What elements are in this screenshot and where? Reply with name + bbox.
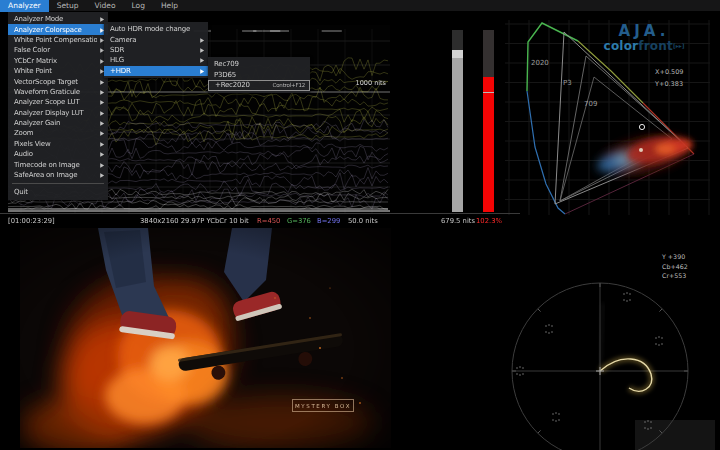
- timecode-readout: [01:00:23:29]: [8, 217, 55, 225]
- submenu-item-hdr[interactable]: +HDR▶: [104, 66, 208, 76]
- skateboard-photo: [20, 228, 391, 448]
- locus-blue-edge: [527, 91, 565, 214]
- menu-item-label: YCbCr Matrix: [14, 57, 97, 65]
- aja-colorfront-logo: AJA. colorfront[▸▸]: [585, 24, 703, 52]
- menu-item-label: HLG: [110, 56, 197, 64]
- submenu-item-hlg[interactable]: HLG▶: [104, 55, 208, 65]
- hdr-item-rec709[interactable]: Rec709: [208, 59, 310, 69]
- menubar-item-setup[interactable]: Setup: [49, 0, 87, 12]
- menu-bar: AnalyzerSetupVideoLogHelp: [0, 0, 720, 12]
- menu-item-label: False Color: [14, 46, 97, 54]
- menu-item-analyzer-gain[interactable]: Analyzer Gain▶: [8, 118, 108, 128]
- menu-item-label: Auto HDR mode change: [110, 25, 204, 33]
- menu-item-label: Camera: [110, 36, 197, 44]
- submenu-arrow-icon: ▶: [200, 36, 204, 43]
- menu-item-analyzer-colorspace[interactable]: Analyzer Colorspace▶: [8, 24, 108, 34]
- colorfront-marks: [▸▸]: [673, 42, 685, 49]
- vectorscope-graticule: [485, 258, 715, 450]
- menu-item-label: Quit: [14, 188, 104, 196]
- menu-item-analyzer-scope-lut[interactable]: Analyzer Scope LUT▶: [8, 97, 108, 107]
- menu-item-false-color[interactable]: False Color▶: [8, 45, 108, 55]
- menu-item-label: Analyzer Gain: [14, 119, 97, 127]
- menu-item-white-point-compensation[interactable]: White Point Compensation▶: [8, 35, 108, 45]
- red-bar-label: 102.3%: [470, 217, 508, 225]
- menu-item-analyzer-display-lut[interactable]: Analyzer Display LUT▶: [8, 108, 108, 118]
- menu-item-pixels-view[interactable]: Pixels View▶: [8, 139, 108, 149]
- menu-item-label: Analyzer Scope LUT: [14, 98, 97, 106]
- menu-item-timecode-on-image[interactable]: Timecode on Image▶: [8, 159, 108, 169]
- analyzer-window: 1000 nits [01:00:23:29] 3840x2160 29.97P…: [0, 0, 720, 450]
- menu-item-ycbcr-matrix[interactable]: YCbCr Matrix▶: [8, 56, 108, 66]
- menu-item-white-point[interactable]: White Point▶: [8, 66, 108, 76]
- vectorscope: [485, 258, 715, 450]
- menu-item-label: VectorScope Target: [14, 78, 97, 86]
- hdr-item-p3d65[interactable]: P3D65: [208, 69, 310, 79]
- white-point-marker: [639, 124, 644, 129]
- menu-item-shortcut: Control+F12: [273, 82, 305, 88]
- cie-x-readout: X+0.509: [655, 68, 684, 76]
- menubar-item-video[interactable]: Video: [86, 0, 123, 12]
- menu-item-safearea-on-image[interactable]: SafeArea on Image▶: [8, 170, 108, 180]
- image-viewer: MYSTERY BOX: [20, 228, 391, 448]
- cloud-glint: [639, 148, 643, 152]
- menu-item-label: Zoom: [14, 129, 97, 137]
- menu-item-label: +Rec2020: [215, 81, 270, 89]
- menu-item-label: Analyzer Colorspace: [14, 26, 97, 34]
- menubar-item-analyzer[interactable]: Analyzer: [0, 0, 49, 12]
- submenu-arrow-icon: ▶: [100, 140, 104, 147]
- menu-divider: [12, 183, 104, 184]
- submenu-arrow-icon: ▶: [200, 46, 204, 53]
- submenu-arrow-icon: ▶: [100, 109, 104, 116]
- blue-value-readout: B=299: [317, 217, 340, 225]
- menu-item-analyzer-mode[interactable]: Analyzer Mode▶: [8, 14, 108, 24]
- green-value-readout: G=376: [287, 217, 311, 225]
- aja-logo-text: AJA.: [585, 24, 703, 39]
- format-readout: 3840x2160 29.97P YCbCr 10 bit: [140, 217, 249, 225]
- submenu-item-auto-hdr-mode-change[interactable]: Auto HDR mode change: [104, 24, 208, 34]
- menu-item-vectorscope-target[interactable]: VectorScope Target▶: [8, 76, 108, 86]
- menu-item-label: Waveform Graticule: [14, 88, 97, 96]
- menu-item-label: Audio: [14, 150, 97, 158]
- menu-item-label: White Point: [14, 67, 97, 75]
- analyzer-menu: Analyzer Mode▶Analyzer Colorspace▶White …: [8, 12, 108, 200]
- menu-item-zoom[interactable]: Zoom▶: [8, 128, 108, 138]
- menu-item-label: SafeArea on Image: [14, 171, 97, 179]
- vs-y-readout: Y +390: [662, 252, 688, 262]
- submenu-item-camera[interactable]: Camera▶: [104, 34, 208, 44]
- colorfront-color-part: color: [604, 39, 639, 53]
- hdr-item-rec2020[interactable]: +Rec2020Control+F12: [208, 80, 310, 91]
- submenu-arrow-icon: ▶: [100, 161, 104, 168]
- gamut-2020-label: 2020: [531, 59, 549, 67]
- menu-item-label: Pixels View: [14, 140, 97, 148]
- menubar-item-log[interactable]: Log: [124, 0, 153, 12]
- submenu-arrow-icon: ▶: [100, 88, 104, 95]
- menu-item-waveform-graticule[interactable]: Waveform Graticule▶: [8, 87, 108, 97]
- colorspace-submenu: Auto HDR mode changeCamera▶SDR▶HLG▶+HDR▶: [104, 22, 208, 78]
- submenu-item-sdr[interactable]: SDR▶: [104, 45, 208, 55]
- level-marker: [483, 92, 494, 93]
- menu-item-audio[interactable]: Audio▶: [8, 149, 108, 159]
- menu-item-label: +HDR: [110, 67, 197, 75]
- watermark-box: MYSTERY BOX: [292, 399, 354, 412]
- submenu-arrow-icon: ▶: [200, 67, 204, 74]
- vectorscope-readouts: Y +390 Cb+462 Cr+553: [662, 252, 688, 281]
- nits-readout: 50.0 nits: [348, 217, 378, 225]
- submenu-arrow-icon: ▶: [100, 151, 104, 158]
- menubar-item-help[interactable]: Help: [153, 0, 186, 12]
- menu-item-label: Timecode on Image: [14, 161, 97, 169]
- submenu-arrow-icon: ▶: [100, 119, 104, 126]
- waveform-scale-label: 1000 nits: [356, 79, 386, 87]
- vs-cr-readout: Cr+553: [662, 271, 688, 281]
- cie-y-readout: Y+0.383: [654, 80, 683, 88]
- submenu-arrow-icon: ▶: [200, 57, 204, 64]
- gamut-p3-triangle: [560, 56, 681, 201]
- menu-item-quit[interactable]: Quit: [8, 187, 108, 197]
- menu-item-label: Rec709: [214, 60, 306, 68]
- gamut-p3-label: P3: [563, 79, 572, 87]
- menu-item-label: White Point Compensation: [14, 36, 97, 44]
- submenu-arrow-icon: ▶: [100, 171, 104, 178]
- red-value-readout: R=450: [257, 217, 280, 225]
- menu-item-label: P3D65: [214, 71, 306, 79]
- hdr-submenu: Rec709P3D65+Rec2020Control+F12: [208, 57, 310, 93]
- submenu-arrow-icon: ▶: [100, 99, 104, 106]
